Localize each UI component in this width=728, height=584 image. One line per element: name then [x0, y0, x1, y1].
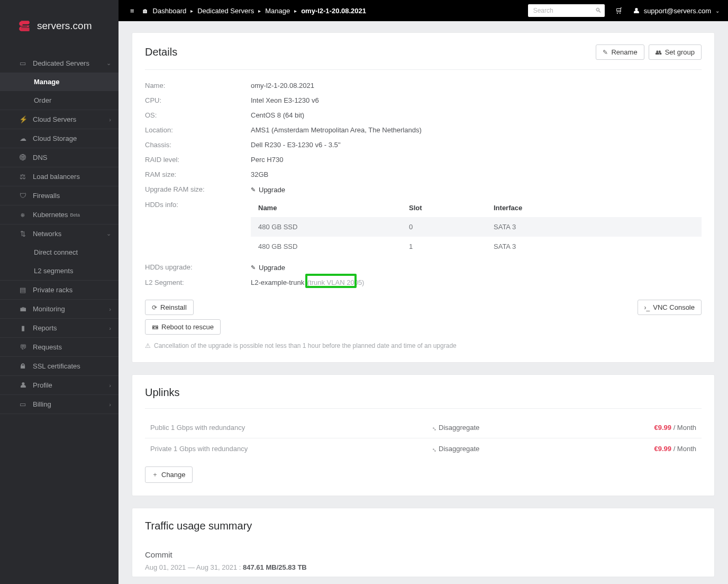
disaggregate-link[interactable]: Disaggregate: [439, 424, 479, 432]
brand[interactable]: servers.com: [0, 0, 119, 54]
detail-label-raid: RAID level:: [145, 156, 251, 164]
lock-icon: 🔒︎: [19, 362, 26, 370]
upgrade-ram-link[interactable]: ✎Upgrade: [251, 186, 285, 194]
beta-badge: Beta: [70, 212, 80, 218]
breadcrumb-dashboard[interactable]: Dashboard: [153, 7, 187, 15]
sidebar-item-networks[interactable]: ⇅Networks⌄: [0, 224, 119, 243]
sidebar-item-billing[interactable]: ▭Billing›: [0, 395, 119, 414]
detail-value-name: omy-l2-1-20.08.2021: [251, 82, 702, 89]
detail-value-cpu: Intel Xeon E3-1230 v6: [251, 96, 702, 104]
sidebar-nav: ▭ Dedicated Servers ⌄ Manage Order ⚡Clou…: [0, 54, 119, 414]
hdd-col-interface: Interface: [494, 204, 694, 212]
sidebar-subitem-manage[interactable]: Manage: [0, 73, 119, 91]
sidebar-item-reports[interactable]: ▮Reports›: [0, 319, 119, 337]
breadcrumb-dedicated-servers[interactable]: Dedicated Servers: [197, 7, 254, 15]
sidebar-item-requests[interactable]: 💬︎Requests: [0, 338, 119, 356]
shield-icon: 🛡︎: [19, 192, 26, 200]
hdd-col-slot: Slot: [409, 204, 494, 212]
chevron-right-icon: ▸: [294, 8, 297, 14]
detail-value-location: AMS1 (Amsterdam Metropolitan Area, The N…: [251, 126, 702, 134]
l2-segment-name: L2-example-trunk: [251, 278, 304, 286]
disaggregate-link[interactable]: Disaggregate: [439, 445, 479, 453]
sidebar-subitem-direct-connect[interactable]: Direct connect: [0, 243, 119, 262]
sidebar-subitem-l2-segments[interactable]: L2 segments: [0, 262, 119, 280]
kube-icon: ⎈: [19, 211, 26, 219]
balance-icon: ⚖: [19, 173, 26, 181]
breadcrumb-current: omy-l2-1-20.08.2021: [301, 7, 366, 15]
detail-label-l2: L2 Segment:: [145, 278, 251, 286]
detail-value-raid: Perc H730: [251, 156, 702, 164]
group-icon: 👥︎: [656, 49, 662, 56]
menu-icon[interactable]: ≡: [130, 7, 134, 15]
sidebar-subitem-order[interactable]: Order: [0, 91, 119, 110]
chevron-down-icon: ⌄: [106, 230, 111, 237]
uplink-name: Public 1 Gbps with redundancy: [150, 424, 432, 432]
detail-label-chassis: Chassis:: [145, 141, 251, 149]
sidebar-item-private-racks[interactable]: ▤Private racks: [0, 281, 119, 299]
sidebar-item-firewalls[interactable]: 🛡︎Firewalls: [0, 186, 119, 205]
refresh-icon: ⟳: [152, 304, 157, 311]
upgrade-hdd-link[interactable]: ✎Upgrade: [251, 264, 285, 272]
sidebar-item-load-balancers[interactable]: ⚖Load balancers: [0, 167, 119, 186]
warning-icon: ⚠︎: [145, 342, 151, 349]
user-icon: 👤︎: [633, 7, 640, 15]
brand-text: servers.com: [37, 20, 92, 32]
user-menu[interactable]: 👤︎ support@servers.com ⌄: [633, 7, 720, 15]
chat-icon: 💬︎: [19, 343, 26, 351]
plus-icon: ＋: [152, 470, 158, 479]
chevron-right-icon: ›: [109, 382, 111, 389]
uplinks-title: Uplinks: [145, 387, 180, 399]
search-wrap: 🔍︎: [528, 4, 605, 17]
sidebar-item-cloud-storage[interactable]: ☁Cloud Storage: [0, 129, 119, 148]
cart-icon[interactable]: 🛒︎: [615, 7, 622, 15]
uplink-price: €9.99: [654, 445, 671, 453]
hdd-col-name: Name: [258, 204, 409, 212]
chevron-right-icon: ›: [109, 116, 111, 123]
reinstall-button[interactable]: ⟳Reinstall: [145, 300, 194, 315]
sidebar-item-ssl-certificates[interactable]: 🔒︎SSL certificates: [0, 357, 119, 375]
uplink-row: Public 1 Gbps with redundancy ↔Disaggreg…: [145, 417, 702, 438]
sidebar-item-dns[interactable]: 🌐︎DNS: [0, 148, 119, 167]
camera-icon: 📷︎: [152, 324, 158, 331]
reboot-rescue-button[interactable]: 📷︎Reboot to rescue: [145, 319, 221, 335]
search-input[interactable]: [528, 4, 605, 17]
pencil-icon: ✎: [251, 186, 256, 193]
sidebar-item-profile[interactable]: 👤︎Profile›: [0, 376, 119, 394]
details-panel: Details ✎Rename 👥︎Set group Name:omy-l2-…: [132, 33, 714, 362]
detail-label-hdds-upgrade: HDDs upgrade:: [145, 263, 251, 271]
detail-value-os: CentOS 8 (64 bit): [251, 111, 702, 119]
uplink-price: €9.99: [654, 424, 671, 432]
hdd-row: 480 GB SSD 1 SATA 3: [251, 237, 702, 256]
breadcrumb-manage[interactable]: Manage: [265, 7, 290, 15]
commit-label: Commit: [145, 550, 702, 559]
set-group-button[interactable]: 👥︎Set group: [649, 44, 702, 60]
detail-label-ram-upgrade: Upgrade RAM size:: [145, 185, 251, 193]
chevron-down-icon: ⌄: [106, 60, 111, 67]
traffic-title: Traffic usage summary: [145, 520, 252, 532]
home-icon: 🏠︎: [142, 7, 149, 15]
globe-icon: 🌐︎: [19, 154, 26, 161]
detail-label-name: Name:: [145, 82, 251, 89]
detail-label-os: OS:: [145, 111, 251, 119]
sidebar-item-dedicated-servers[interactable]: ▭ Dedicated Servers ⌄: [0, 54, 119, 73]
topbar: ≡ 🏠︎ Dashboard ▸ Dedicated Servers ▸ Man…: [119, 0, 728, 21]
main: Details ✎Rename 👥︎Set group Name:omy-l2-…: [119, 0, 728, 584]
sidebar-item-monitoring[interactable]: 💼︎Monitoring›: [0, 300, 119, 318]
user-icon: 👤︎: [19, 381, 26, 389]
cloud-icon: ☁: [19, 134, 26, 142]
vnc-console-button[interactable]: ›_VNC Console: [638, 300, 702, 315]
uplinks-panel: Uplinks Public 1 Gbps with redundancy ↔D…: [132, 375, 714, 496]
commit-value: 847.61 MB/25.83 TB: [243, 563, 307, 571]
sidebar-item-kubernetes[interactable]: ⎈KubernetesBeta: [0, 205, 119, 224]
chevron-right-icon: ›: [109, 325, 111, 331]
network-icon: ⇅: [19, 230, 26, 238]
traffic-panel: Traffic usage summary Commit Aug 01, 202…: [132, 508, 714, 577]
detail-label-hdds-info: HDDs info:: [145, 201, 251, 209]
detail-label-location: Location:: [145, 126, 251, 134]
rename-button[interactable]: ✎Rename: [596, 44, 644, 60]
details-title: Details: [145, 46, 177, 58]
sidebar-item-cloud-servers[interactable]: ⚡Cloud Servers›: [0, 110, 119, 129]
change-uplinks-button[interactable]: ＋Change: [145, 466, 193, 483]
commit-line: Aug 01, 2021 — Aug 31, 2021 : 847.61 MB/…: [145, 563, 702, 571]
sidebar: servers.com ▭ Dedicated Servers ⌄ Manage…: [0, 0, 119, 584]
